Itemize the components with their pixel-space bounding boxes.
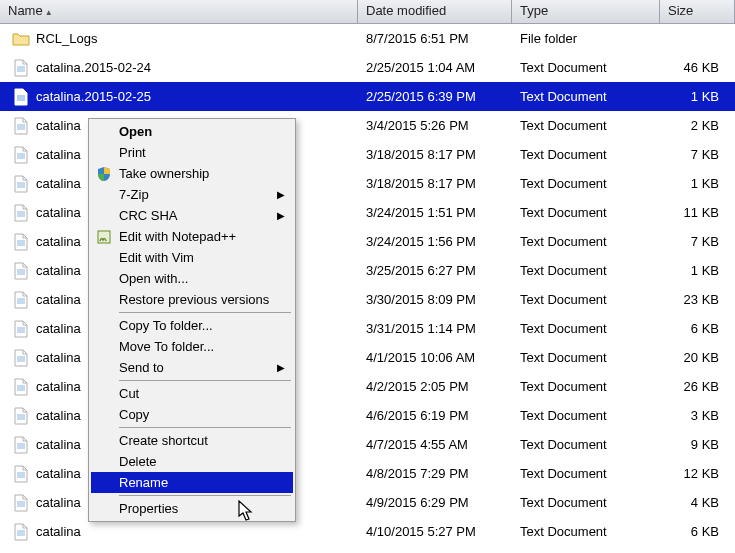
file-type: Text Document xyxy=(512,176,660,191)
file-name: catalina xyxy=(36,495,81,510)
menu-item[interactable]: Copy To folder... xyxy=(91,315,293,336)
file-type: Text Document xyxy=(512,408,660,423)
file-type: Text Document xyxy=(512,350,660,365)
file-size: 1 KB xyxy=(660,89,735,104)
file-icon xyxy=(12,523,30,541)
file-name: catalina.2015-02-25 xyxy=(36,89,151,104)
file-date: 4/2/2015 2:05 PM xyxy=(358,379,512,394)
menu-item[interactable]: Cut xyxy=(91,383,293,404)
file-name: catalina xyxy=(36,118,81,133)
menu-item-label: Rename xyxy=(119,475,168,490)
shield-icon xyxy=(95,165,113,183)
file-type: Text Document xyxy=(512,524,660,539)
menu-item[interactable]: Restore previous versions xyxy=(91,289,293,310)
file-size: 2 KB xyxy=(660,118,735,133)
file-date: 3/30/2015 8:09 PM xyxy=(358,292,512,307)
file-date: 3/18/2015 8:17 PM xyxy=(358,147,512,162)
menu-item[interactable]: Delete xyxy=(91,451,293,472)
column-date[interactable]: Date modified xyxy=(358,0,512,23)
column-name[interactable]: Name▲ xyxy=(0,0,358,23)
menu-item[interactable]: Create shortcut xyxy=(91,430,293,451)
file-row[interactable]: catalina.2015-02-242/25/2015 1:04 AMText… xyxy=(0,53,735,82)
file-icon xyxy=(12,204,30,222)
menu-item[interactable]: Open with... xyxy=(91,268,293,289)
file-icon xyxy=(12,175,30,193)
menu-item[interactable]: Move To folder... xyxy=(91,336,293,357)
menu-item[interactable]: Copy xyxy=(91,404,293,425)
file-row[interactable]: catalina.2015-02-252/25/2015 6:39 PMText… xyxy=(0,82,735,111)
folder-icon xyxy=(12,30,30,48)
file-type: Text Document xyxy=(512,292,660,307)
file-date: 3/31/2015 1:14 PM xyxy=(358,321,512,336)
menu-item-label: Properties xyxy=(119,501,178,516)
file-date: 4/7/2015 4:55 AM xyxy=(358,437,512,452)
menu-item-label: Print xyxy=(119,145,146,160)
file-date: 3/4/2015 5:26 PM xyxy=(358,118,512,133)
file-date: 3/24/2015 1:51 PM xyxy=(358,205,512,220)
file-type: Text Document xyxy=(512,234,660,249)
file-type: Text Document xyxy=(512,89,660,104)
file-icon xyxy=(12,349,30,367)
file-size: 11 KB xyxy=(660,205,735,220)
file-type: Text Document xyxy=(512,118,660,133)
file-size: 6 KB xyxy=(660,524,735,539)
file-size: 6 KB xyxy=(660,321,735,336)
file-icon xyxy=(12,436,30,454)
menu-item[interactable]: Edit with Notepad++ xyxy=(91,226,293,247)
file-icon xyxy=(12,59,30,77)
menu-item-label: Move To folder... xyxy=(119,339,214,354)
file-date: 2/25/2015 6:39 PM xyxy=(358,89,512,104)
menu-item[interactable]: Print xyxy=(91,142,293,163)
file-name: catalina xyxy=(36,205,81,220)
file-icon xyxy=(12,465,30,483)
file-icon xyxy=(12,494,30,512)
context-menu: OpenPrintTake ownership7-Zip▶CRC SHA▶Edi… xyxy=(88,118,296,522)
menu-item-label: Copy xyxy=(119,407,149,422)
file-size: 3 KB xyxy=(660,408,735,423)
file-icon xyxy=(12,291,30,309)
file-name: catalina xyxy=(36,379,81,394)
menu-item-label: Take ownership xyxy=(119,166,209,181)
file-name: catalina xyxy=(36,408,81,423)
menu-item[interactable]: Send to▶ xyxy=(91,357,293,378)
file-name: catalina xyxy=(36,350,81,365)
menu-item-label: Open with... xyxy=(119,271,188,286)
file-size: 20 KB xyxy=(660,350,735,365)
menu-separator xyxy=(119,495,291,496)
file-size: 7 KB xyxy=(660,147,735,162)
menu-item-label: Send to xyxy=(119,360,164,375)
menu-item[interactable]: CRC SHA▶ xyxy=(91,205,293,226)
file-name: catalina xyxy=(36,263,81,278)
file-type: Text Document xyxy=(512,437,660,452)
menu-item-label: Open xyxy=(119,124,152,139)
file-size: 4 KB xyxy=(660,495,735,510)
file-date: 4/8/2015 7:29 PM xyxy=(358,466,512,481)
file-icon xyxy=(12,117,30,135)
menu-item[interactable]: Take ownership xyxy=(91,163,293,184)
file-row[interactable]: RCL_Logs8/7/2015 6:51 PMFile folder xyxy=(0,24,735,53)
menu-item-label: 7-Zip xyxy=(119,187,149,202)
file-name: catalina xyxy=(36,524,81,539)
npp-icon xyxy=(95,228,113,246)
column-type[interactable]: Type xyxy=(512,0,660,23)
menu-item[interactable]: Open xyxy=(91,121,293,142)
file-type: Text Document xyxy=(512,321,660,336)
file-size: 26 KB xyxy=(660,379,735,394)
column-size[interactable]: Size xyxy=(660,0,735,23)
svg-rect-51 xyxy=(98,231,110,243)
menu-item[interactable]: Properties xyxy=(91,498,293,519)
file-type: Text Document xyxy=(512,466,660,481)
file-icon xyxy=(12,320,30,338)
file-icon xyxy=(12,88,30,106)
chevron-right-icon: ▶ xyxy=(277,362,285,373)
menu-separator xyxy=(119,427,291,428)
menu-item[interactable]: Rename xyxy=(91,472,293,493)
file-date: 4/9/2015 6:29 PM xyxy=(358,495,512,510)
file-size: 1 KB xyxy=(660,263,735,278)
file-date: 4/10/2015 5:27 PM xyxy=(358,524,512,539)
menu-item[interactable]: Edit with Vim xyxy=(91,247,293,268)
menu-item-label: Cut xyxy=(119,386,139,401)
menu-item-label: Edit with Vim xyxy=(119,250,194,265)
menu-item[interactable]: 7-Zip▶ xyxy=(91,184,293,205)
chevron-right-icon: ▶ xyxy=(277,210,285,221)
